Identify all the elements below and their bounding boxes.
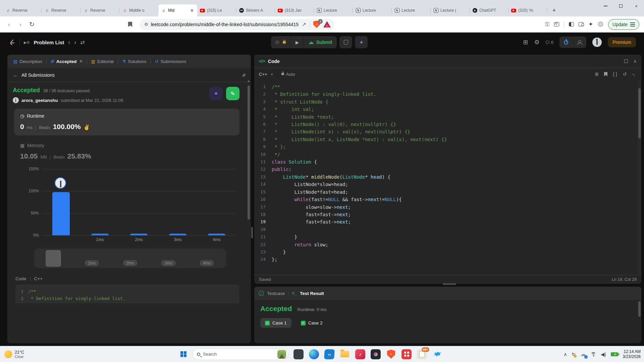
code-line-11[interactable]: 11class Solution {	[254, 158, 638, 166]
brave-shield-icon[interactable]: ᴖ 4	[313, 21, 320, 28]
submission-username[interactable]: arora_geetanshu	[21, 98, 58, 103]
code-line-4[interactable]: 4 * int val;	[254, 106, 638, 113]
case-button-1[interactable]: ✓Case 1	[260, 318, 291, 328]
code-line-20[interactable]: 20	[254, 226, 638, 233]
tab-description[interactable]: ▤Description	[11, 59, 45, 64]
tab-test-result[interactable]: Test Result	[300, 291, 324, 296]
fullscreen-icon[interactable]	[624, 59, 628, 63]
layout-icon[interactable]: ⊞	[523, 39, 528, 46]
browser-tab-10[interactable]: NLecture	[353, 4, 392, 16]
code-line-2[interactable]: 2 * Definition for singly-linked list.	[254, 90, 638, 98]
panel-resize-handle-horizontal[interactable]	[443, 283, 456, 285]
sidebar-icon[interactable]	[569, 22, 574, 26]
expand-icon[interactable]: ↔	[631, 70, 638, 77]
update-button[interactable]: Update	[608, 19, 639, 30]
tab-editorial[interactable]: ▥Editorial	[89, 59, 116, 64]
share-icon[interactable]: ↗	[302, 21, 306, 27]
code-line-13[interactable]: 13 ListNode* middleNode(ListNode* head) …	[254, 173, 638, 181]
brave-rewards-icon[interactable]	[323, 21, 331, 27]
address-bar[interactable]: ⚙ leetcode.com/problems/middle-of-the-li…	[140, 19, 334, 30]
sync-icon[interactable]: ↻	[572, 352, 576, 357]
code-line-5[interactable]: 5 * ListNode *next;	[254, 113, 638, 121]
run-button[interactable]: ▶	[290, 36, 304, 48]
onedrive-icon[interactable]: ☁i	[580, 351, 586, 358]
chart-minimap[interactable]: 1ms2ms3ms4ms	[34, 249, 226, 268]
back-arrow-icon[interactable]: ←	[13, 72, 18, 78]
maximize-button[interactable]	[613, 0, 629, 12]
forward-icon[interactable]: ›	[15, 19, 26, 30]
code-line-6[interactable]: 6 * ListNode() : val(0), next(nullptr) {…	[254, 121, 638, 128]
code-line-9[interactable]: 9 * };	[254, 143, 638, 150]
code-line-12[interactable]: 12public:	[254, 166, 638, 173]
code-line-16[interactable]: 16 while(fast!=NULL && fast->next!=NULL)…	[254, 196, 638, 203]
url-text[interactable]: leetcode.com/problems/middle-of-the-link…	[151, 22, 299, 27]
code-editor[interactable]: 1/**2 * Definition for singly-linked lis…	[254, 80, 638, 275]
code-line-10[interactable]: 10 */	[254, 151, 638, 158]
bookmark-icon[interactable]	[128, 22, 132, 27]
premium-button[interactable]: Premium	[608, 37, 636, 47]
format-icon[interactable]: ≣	[595, 71, 599, 77]
prev-problem-icon[interactable]: ‹	[68, 39, 70, 46]
start-button[interactable]	[178, 349, 189, 360]
leo-ai-icon[interactable]: ✦	[588, 21, 593, 28]
app-dark-icon[interactable]	[293, 349, 304, 359]
editor-scrollbar[interactable]	[638, 88, 641, 138]
browser-tab-6[interactable]: ▶(315) Le	[197, 4, 236, 16]
ai-analyze-button[interactable]: ✦	[209, 87, 223, 100]
site-settings-icon[interactable]: ⚙	[144, 22, 148, 27]
code-preview[interactable]: 1/**2 * Definition for singly-linked lis…	[15, 285, 239, 303]
collapse-icon[interactable]: ∧	[633, 59, 637, 64]
problem-list-link[interactable]: Problem List	[34, 40, 64, 45]
browser-tab-8[interactable]: ▶(313) Jav	[275, 4, 314, 16]
search-tabs-icon[interactable]	[554, 22, 559, 26]
taskbar-search[interactable]: Search	[193, 349, 288, 360]
left-panel-scrollbar[interactable]	[248, 85, 250, 220]
leetcode-logo[interactable]	[8, 38, 15, 46]
minimize-button[interactable]	[598, 0, 613, 12]
notes-button[interactable]	[339, 36, 352, 48]
bar-0ms[interactable]	[52, 192, 70, 235]
tab-solutions[interactable]: ⚗Solutions	[119, 59, 149, 64]
tab-close-icon[interactable]: ✕	[79, 59, 83, 64]
wifi-icon[interactable]	[591, 352, 596, 356]
code-line-18[interactable]: 18 fast=fast->next;	[254, 211, 638, 218]
code-line-8[interactable]: 8 * ListNode(int x, ListNode *next) : va…	[254, 136, 638, 143]
settings-gear-icon[interactable]: ⚙	[534, 39, 540, 46]
test-panel-scrollbar[interactable]	[638, 301, 641, 317]
user-avatar[interactable]	[592, 38, 602, 47]
file-explorer-icon[interactable]	[340, 349, 350, 359]
twitter-icon[interactable]	[432, 349, 442, 359]
case-button-2[interactable]: ✓Case 2	[296, 318, 327, 328]
scrollbar-arrow[interactable]	[248, 80, 250, 82]
code-line-24[interactable]: 24};	[254, 256, 638, 263]
browser-tab-9[interactable]: NLecture	[314, 4, 353, 16]
code-line-14[interactable]: 14 ListNode*slow=head;	[254, 181, 638, 188]
browser-tab-11[interactable]: NLecture	[392, 4, 431, 16]
streak-counter[interactable]: 0	[546, 40, 553, 45]
reload-icon[interactable]: ↻	[26, 19, 38, 30]
battery-icon[interactable]: ⚡	[611, 352, 618, 356]
debug-button[interactable]	[271, 36, 290, 48]
minimap-selection[interactable]	[46, 250, 61, 267]
tab-testcase[interactable]: Testcase	[267, 291, 285, 296]
browser-tab-4[interactable]: Middle o	[119, 4, 158, 16]
edit-solution-button[interactable]: ✎	[226, 87, 239, 100]
browser-tab-2[interactable]: Reverse	[42, 4, 80, 16]
vpn-icon[interactable]: ۞	[598, 21, 603, 28]
shuffle-icon[interactable]: ⇄	[80, 39, 85, 46]
language-selector[interactable]: C++	[259, 72, 267, 77]
music-icon[interactable]: ♪	[355, 349, 365, 359]
tab-close-icon[interactable]: ✕	[190, 8, 195, 13]
code-line-1[interactable]: 1/**	[254, 83, 638, 90]
auto-mode[interactable]: Auto	[281, 72, 295, 77]
browser-tab-7[interactable]: TUFStrivers A	[236, 4, 275, 16]
panel-resize-handle-vertical[interactable]	[251, 227, 253, 238]
volume-icon[interactable]: ◀)	[601, 352, 606, 357]
browser-tab-12[interactable]: NLecture (	[431, 4, 470, 16]
next-problem-icon[interactable]: ›	[74, 39, 76, 46]
browser-tab-13[interactable]: ✳ChatGPT	[470, 4, 508, 16]
timer-button[interactable]	[559, 37, 573, 48]
code-line-7[interactable]: 7 * ListNode(int x) : val(x), next(nullp…	[254, 128, 638, 135]
browser-tab-1[interactable]: Reverse	[3, 4, 42, 16]
snippets-icon[interactable]: { }	[613, 71, 617, 77]
